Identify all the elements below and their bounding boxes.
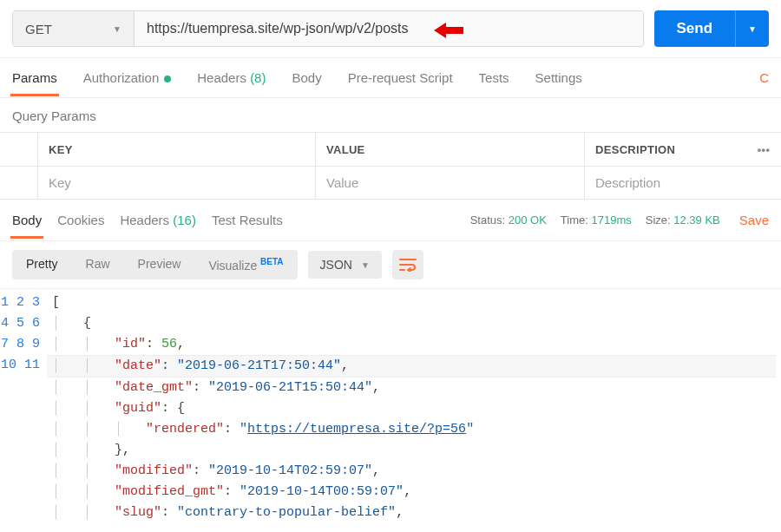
table-header-row: KEY VALUE DESCRIPTION ••• [0,133,781,166]
request-bar: GET ▼ Send ▼ [0,0,781,58]
value-input[interactable] [326,175,574,190]
col-key: KEY [38,133,316,166]
tab-params[interactable]: Params [12,60,57,95]
response-meta: Status: 200 OK Time: 1719ms Size: 12.39 … [470,213,769,227]
view-mode-group: Pretty Raw Preview Visualize BETA [12,250,298,279]
query-params-heading: Query Params [0,98,781,132]
col-more-icon[interactable]: ••• [746,133,781,166]
http-method-dropdown[interactable]: GET ▼ [13,11,135,46]
tab-tests[interactable]: Tests [479,60,509,95]
chevron-down-icon: ▼ [113,24,121,34]
send-dropdown-toggle[interactable]: ▼ [735,10,769,47]
send-button[interactable]: Send ▼ [654,10,769,47]
response-body-editor[interactable]: 1 2 3 4 5 6 7 8 9 10 11 [ │ { │ │ "id": … [0,289,781,523]
resp-tab-tests[interactable]: Test Results [212,202,283,238]
description-input[interactable] [595,175,771,190]
chevron-down-icon: ▼ [361,260,370,270]
tab-prerequest[interactable]: Pre-request Script [348,60,453,95]
auth-active-dot-icon [164,76,171,82]
line-gutter: 1 2 3 4 5 6 7 8 9 10 11 [0,292,52,523]
view-pretty[interactable]: Pretty [12,250,72,279]
table-row [0,166,781,199]
request-tabs: Params Authorization Headers (8) Body Pr… [0,58,781,98]
format-dropdown[interactable]: JSON ▼ [308,251,382,279]
save-response-button[interactable]: Save [739,213,769,227]
response-view-bar: Pretty Raw Preview Visualize BETA JSON ▼ [0,241,781,289]
tab-body[interactable]: Body [292,60,321,95]
view-raw[interactable]: Raw [72,250,124,279]
resp-tab-headers[interactable]: Headers (16) [120,202,196,238]
view-preview[interactable]: Preview [124,250,195,279]
key-input[interactable] [49,175,305,190]
col-description: DESCRIPTION [585,133,746,166]
cookies-link[interactable]: C [759,70,769,85]
tab-authorization[interactable]: Authorization [83,60,172,95]
query-params-table: KEY VALUE DESCRIPTION ••• [0,132,781,200]
col-value: VALUE [316,133,585,166]
send-button-label: Send [654,20,736,37]
http-method-label: GET [25,22,52,36]
wrap-icon [399,258,417,272]
tab-settings[interactable]: Settings [535,60,582,95]
code-content: [ │ { │ │ "id": 56, │ │ "date": "2019-06… [52,292,781,523]
response-tabs: Body Cookies Headers (16) Test Results S… [0,200,781,241]
wrap-lines-button[interactable] [392,250,423,279]
url-input[interactable] [135,11,643,46]
resp-tab-cookies[interactable]: Cookies [57,202,104,238]
tab-headers[interactable]: Headers (8) [197,60,266,95]
view-visualize[interactable]: Visualize BETA [194,250,297,279]
resp-tab-body[interactable]: Body [12,202,42,238]
